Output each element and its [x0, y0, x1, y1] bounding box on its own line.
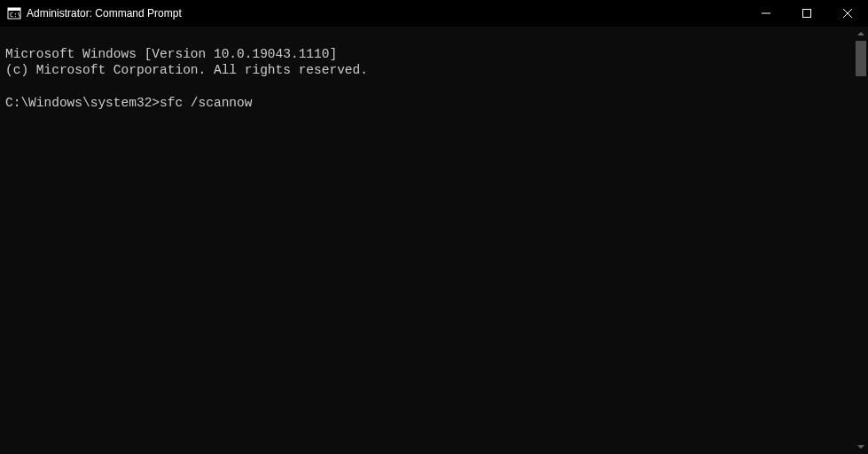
svg-text:C:\: C:\ — [10, 12, 21, 19]
svg-rect-1 — [8, 8, 20, 11]
scroll-up-arrow-icon[interactable] — [854, 27, 868, 41]
window-titlebar: C:\ Administrator: Command Prompt — [0, 0, 868, 27]
cmd-icon: C:\ — [7, 6, 21, 20]
maximize-button[interactable] — [786, 0, 827, 27]
window-title: Administrator: Command Prompt — [27, 7, 182, 20]
terminal-line-version: Microsoft Windows [Version 10.0.19043.11… — [5, 47, 337, 61]
svg-marker-8 — [857, 445, 864, 449]
close-button[interactable] — [827, 0, 868, 27]
terminal-content: Microsoft Windows [Version 10.0.19043.11… — [0, 27, 868, 130]
scrollbar-thumb[interactable] — [856, 41, 866, 76]
scroll-down-arrow-icon[interactable] — [854, 440, 868, 454]
terminal-area[interactable]: Microsoft Windows [Version 10.0.19043.11… — [0, 27, 868, 454]
svg-marker-7 — [857, 32, 864, 35]
window-controls — [746, 0, 868, 27]
svg-rect-4 — [803, 10, 811, 18]
terminal-command: sfc /scannow — [160, 96, 252, 110]
vertical-scrollbar[interactable] — [854, 27, 868, 454]
titlebar-left: C:\ Administrator: Command Prompt — [0, 6, 182, 20]
terminal-line-copyright: (c) Microsoft Corporation. All rights re… — [5, 63, 368, 77]
terminal-prompt: C:\Windows\system32> — [5, 96, 160, 110]
minimize-button[interactable] — [746, 0, 786, 27]
